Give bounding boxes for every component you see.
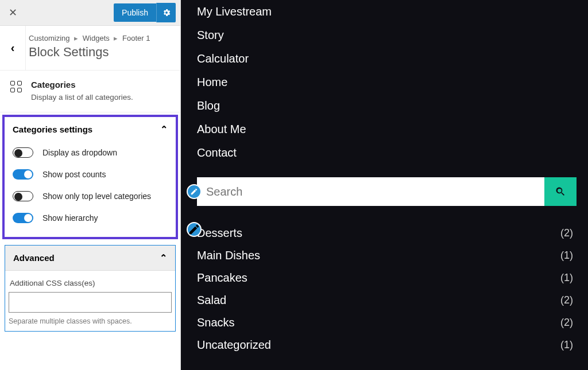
search-input[interactable] (197, 177, 544, 206)
category-name: Salad (197, 294, 226, 307)
category-count: (2) (560, 317, 573, 329)
search-button[interactable] (544, 177, 577, 206)
publish-group: Publish (114, 3, 176, 22)
categories-block-icon (10, 81, 22, 92)
category-name: Snacks (197, 316, 235, 329)
toggle-switch[interactable] (13, 147, 33, 158)
crumb-sep: ▸ (72, 34, 80, 42)
nav-item[interactable]: Contact (197, 141, 577, 165)
toggle-label: Show hierarchy (42, 213, 98, 223)
nav-item[interactable]: My Livestream (197, 0, 577, 24)
toggle-label: Show post counts (42, 170, 106, 179)
customizer-topbar: ✕ Publish (0, 0, 180, 26)
toggle-row: Display as dropdown (13, 142, 168, 163)
block-description: Display a list of all categories. (31, 93, 169, 102)
category-link[interactable]: Main Dishes(1) (197, 244, 577, 267)
nav-item[interactable]: About Me (197, 118, 577, 141)
toggle-switch[interactable] (13, 213, 33, 223)
breadcrumb: Customizing ▸ Widgets ▸ Footer 1 (29, 34, 171, 42)
crumb-footer1[interactable]: Footer 1 (122, 34, 150, 42)
toggle-list: Display as dropdownShow post countsShow … (13, 142, 168, 229)
nav-item[interactable]: Story (197, 24, 577, 47)
category-count: (2) (560, 294, 573, 306)
block-summary: Categories Display a list of all categor… (0, 71, 180, 112)
css-classes-help: Separate multiple classes with spaces. (9, 317, 172, 325)
page-title: Block Settings (29, 45, 171, 60)
search-widget (197, 177, 577, 206)
customizer-sidebar: ✕ Publish ‹ Customizing ▸ Widgets ▸ Foot… (0, 0, 181, 370)
block-title: Categories (31, 80, 169, 89)
crumb-root[interactable]: Customizing (29, 34, 70, 42)
close-button[interactable]: ✕ (0, 0, 26, 26)
category-name: Uncategorized (197, 338, 271, 352)
chevron-up-icon: ⌃ (160, 252, 167, 263)
category-name: Desserts (197, 227, 242, 240)
publish-button[interactable]: Publish (114, 3, 156, 22)
category-name: Main Dishes (197, 249, 260, 262)
search-icon (555, 186, 566, 197)
toggle-switch[interactable] (13, 191, 33, 201)
advanced-title: Advanced (13, 253, 55, 263)
nav-item[interactable]: Blog (197, 94, 577, 118)
category-count: (2) (560, 227, 573, 239)
category-count: (1) (560, 250, 573, 262)
category-link[interactable]: Uncategorized(1) (197, 334, 577, 356)
css-classes-label: Additional CSS class(es) (10, 279, 171, 287)
toggle-row: Show post counts (13, 163, 168, 185)
toggle-row: Show only top level categories (13, 185, 168, 207)
edit-widget-button[interactable] (187, 222, 202, 237)
pencil-icon (190, 188, 198, 196)
site-preview: My LivestreamStoryCalculatorHomeBlogAbou… (181, 0, 588, 370)
edit-widget-button[interactable] (187, 184, 202, 199)
crumb-widgets[interactable]: Widgets (83, 34, 110, 42)
categories-settings-toggle[interactable]: Categories settings ⌃ (13, 124, 168, 135)
advanced-panel: Advanced ⌃ Additional CSS class(es) Sepa… (5, 245, 176, 332)
publish-settings-button[interactable] (156, 3, 176, 22)
category-count: (1) (560, 339, 573, 351)
categories-widget: Desserts(2)Main Dishes(1)Pancakes(1)Sala… (197, 222, 577, 356)
category-link[interactable]: Desserts(2) (197, 222, 577, 244)
category-count: (1) (560, 272, 573, 284)
advanced-panel-toggle[interactable]: Advanced ⌃ (5, 246, 175, 271)
pencil-icon (188, 223, 200, 236)
nav-item[interactable]: Calculator (197, 47, 577, 71)
css-classes-input[interactable] (9, 292, 172, 313)
nav-list: My LivestreamStoryCalculatorHomeBlogAbou… (197, 0, 577, 165)
category-name: Pancakes (197, 271, 247, 285)
toggle-switch[interactable] (13, 169, 33, 180)
gear-icon (162, 8, 171, 17)
toggle-label: Display as dropdown (42, 148, 117, 157)
breadcrumb-block: ‹ Customizing ▸ Widgets ▸ Footer 1 Block… (0, 26, 180, 71)
nav-item[interactable]: Home (197, 71, 577, 94)
toggle-row: Show hierarchy (13, 207, 168, 229)
crumb-sep: ▸ (111, 34, 120, 42)
panel-title: Categories settings (13, 124, 92, 134)
categories-settings-panel: Categories settings ⌃ Display as dropdow… (2, 115, 178, 239)
chevron-up-icon: ⌃ (160, 124, 168, 135)
category-link[interactable]: Snacks(2) (197, 311, 577, 334)
advanced-body: Additional CSS class(es) Separate multip… (5, 271, 175, 331)
back-button[interactable]: ‹ (0, 26, 26, 70)
category-link[interactable]: Salad(2) (197, 289, 577, 311)
toggle-label: Show only top level categories (42, 192, 151, 201)
category-link[interactable]: Pancakes(1) (197, 267, 577, 289)
